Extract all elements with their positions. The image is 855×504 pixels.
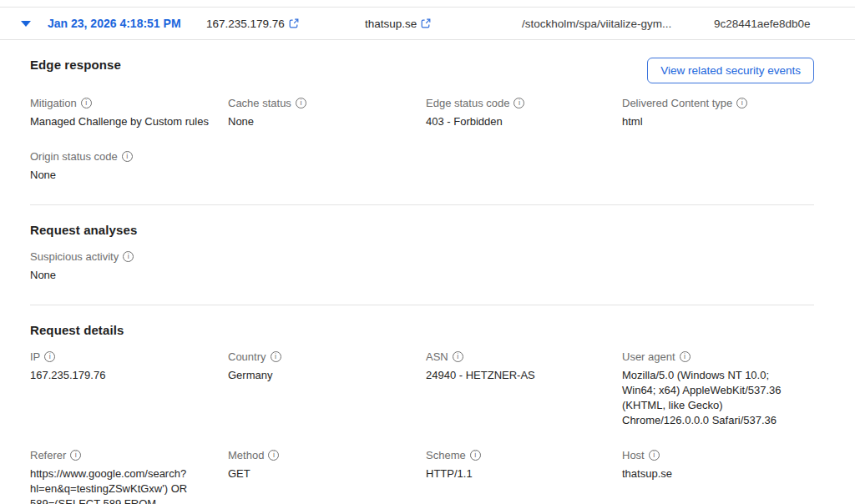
field-ip: IPi 167.235.179.76 [30,350,228,428]
info-icon[interactable]: i [81,98,92,108]
field-country: Countryi Germany [228,350,426,428]
field-value: Mozilla/5.0 (Windows NT 10.0; Win64; x64… [622,368,799,428]
info-icon[interactable]: i [271,351,281,362]
info-icon[interactable]: i [649,450,660,461]
info-icon[interactable]: i [44,351,55,362]
field-method: Methodi GET [228,449,426,504]
field-value: 403 - Forbidden [426,114,607,129]
info-icon[interactable]: i [680,351,691,362]
view-related-security-events-button[interactable]: View related security events [647,58,814,83]
field-value: 24940 - HETZNER-AS [426,368,607,383]
field-asn: ASNi 24940 - HETZNER-AS [426,350,622,428]
info-icon[interactable]: i [736,98,747,108]
external-link-icon [421,18,431,28]
event-path: /stockholm/spa/viitalize-gym... [522,18,714,30]
info-icon[interactable]: i [453,351,463,362]
info-icon[interactable]: i [70,450,81,461]
field-scheme: Schemei HTTP/1.1 [426,449,622,504]
event-ray-id: 9c28441aefe8db0e [714,18,855,30]
field-mitigation: Mitigationi Managed Challenge by Custom … [30,97,228,129]
field-host: Hosti thatsup.se [622,449,814,504]
chevron-down-icon[interactable] [21,21,31,27]
field-value: None [30,268,213,283]
section-divider [30,204,814,205]
event-detail-panel: Edge response View related security even… [0,58,855,504]
field-value: Managed Challenge by Custom rules [30,114,213,129]
field-value: None [228,114,411,129]
field-value: GET [228,466,411,481]
field-value: html [622,114,799,129]
info-icon[interactable]: i [122,151,133,162]
field-suspicious-activity: Suspicious activityi None [30,250,228,283]
section-title-request-analyses: Request analyses [30,223,137,237]
field-origin-status-code: Origin status codei None [30,150,228,183]
info-icon[interactable]: i [268,450,279,461]
field-value: thatsup.se [622,466,799,481]
field-edge-status-code: Edge status codei 403 - Forbidden [426,97,622,129]
info-icon[interactable]: i [470,450,481,461]
field-user-agent: User agenti Mozilla/5.0 (Windows NT 10.0… [622,350,814,428]
field-cache-status: Cache statusi None [228,97,426,129]
event-timestamp-link[interactable]: Jan 23, 2026 4:18:51 PM [48,17,206,30]
field-value: 167.235.179.76 [30,368,213,383]
event-summary-row: Jan 23, 2026 4:18:51 PM 167.235.179.76 t… [0,7,855,40]
info-icon[interactable]: i [296,98,306,108]
field-referer: Refereri https://www.google.com/search?h… [30,449,228,504]
field-value: None [30,168,213,183]
field-value: https://www.google.com/search?hl=en&q=te… [30,466,213,504]
section-title-request-details: Request details [30,323,124,337]
section-title-edge-response: Edge response [30,58,121,72]
section-divider [30,305,814,305]
event-host-link[interactable]: thatsup.se [365,18,431,30]
info-icon[interactable]: i [123,251,134,262]
field-value: HTTP/1.1 [426,466,607,481]
event-ip-link[interactable]: 167.235.179.76 [206,18,299,30]
field-delivered-content-type: Delivered Content typei html [622,97,814,129]
field-value: Germany [228,368,411,383]
info-icon[interactable]: i [514,98,524,108]
external-link-icon [289,18,299,28]
